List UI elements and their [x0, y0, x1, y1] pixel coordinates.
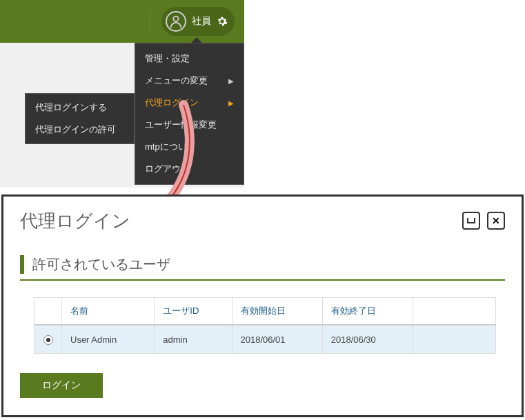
dropdown-item-proxy-login[interactable]: 代理ログイン ▶: [135, 92, 244, 114]
dropdown-item-label: メニューの変更: [145, 74, 208, 87]
login-button[interactable]: ログイン: [20, 373, 103, 398]
dropdown-item-user-info[interactable]: ユーザー情報変更: [135, 114, 244, 136]
table-cell-userid: admin: [155, 325, 232, 354]
submenu-item-label: 代理ログインの許可: [35, 124, 116, 134]
table-cell-name: User Admin: [62, 325, 155, 354]
user-avatar-icon: [166, 11, 186, 32]
dropdown-item-label: ログアウト: [145, 163, 190, 175]
chevron-right-icon: ▶: [228, 99, 234, 107]
header-bar: 社員: [0, 0, 244, 43]
table-cell-end: 2018/06/30: [322, 325, 413, 354]
dropdown-item-label: mtpについて: [145, 141, 196, 153]
radio-button[interactable]: [43, 335, 53, 345]
close-icon: ✕: [492, 215, 500, 226]
header-divider: [150, 9, 150, 34]
radio-dot-icon: [46, 338, 50, 342]
svg-point-0: [173, 17, 178, 21]
table-header-end-date[interactable]: 有効終了日: [322, 298, 413, 326]
submenu-item-do-proxy-login[interactable]: 代理ログインする: [26, 97, 134, 119]
section-title: 許可されているユーザ: [20, 255, 505, 274]
table-row[interactable]: User Admin admin 2018/06/01 2018/06/30: [34, 325, 496, 354]
dropdown-item-admin-settings[interactable]: 管理・設定: [135, 48, 244, 70]
chevron-right-icon: ▶: [228, 77, 234, 85]
dropdown-item-about-mtp[interactable]: mtpについて: [135, 136, 244, 158]
dropdown-item-logout[interactable]: ログアウト: [135, 158, 244, 180]
window-minimize-button[interactable]: [462, 212, 480, 230]
user-label: 社員: [192, 15, 211, 28]
dropdown-item-label: 代理ログイン: [145, 97, 199, 109]
table-cell-empty: [413, 325, 496, 354]
window-header: 代理ログイン ✕: [20, 209, 505, 233]
window-close-button[interactable]: ✕: [487, 212, 505, 230]
dropdown-item-label: 管理・設定: [145, 52, 190, 65]
table-cell-radio[interactable]: [34, 325, 62, 354]
window-title: 代理ログイン: [20, 209, 130, 233]
table-header-row: 名前 ユーザID 有効開始日 有効終了日: [34, 298, 496, 326]
dropdown-item-label: ユーザー情報変更: [145, 119, 217, 131]
menu-region: 管理・設定 メニューの変更 ▶ 代理ログイン ▶ ユーザー情報変更 mtpについ…: [0, 43, 244, 188]
dropdown-menu: 管理・設定 メニューの変更 ▶ 代理ログイン ▶ ユーザー情報変更 mtpについ…: [135, 43, 244, 185]
table-header-start-date[interactable]: 有効開始日: [232, 298, 322, 326]
section-title-wrap: 許可されているユーザ: [20, 255, 505, 281]
dropdown-item-menu-change[interactable]: メニューの変更 ▶: [135, 70, 244, 92]
table-header-name[interactable]: 名前: [62, 298, 155, 326]
submenu-item-label: 代理ログインする: [35, 102, 107, 112]
window-controls: ✕: [462, 212, 505, 230]
table-header-userid[interactable]: ユーザID: [155, 298, 232, 326]
permitted-users-table: 名前 ユーザID 有効開始日 有効終了日 User Admin admin: [34, 297, 496, 354]
table-header-empty: [413, 298, 496, 326]
gear-icon: [217, 16, 228, 27]
table-cell-start: 2018/06/01: [232, 325, 322, 354]
proxy-login-window: 代理ログイン ✕ 許可されているユーザ 名前 ユーザID 有効開始日: [1, 194, 524, 417]
minimize-icon: [467, 218, 475, 223]
user-menu-pill[interactable]: 社員: [161, 7, 235, 36]
submenu: 代理ログインする 代理ログインの許可: [25, 93, 135, 144]
submenu-item-proxy-login-permission[interactable]: 代理ログインの許可: [26, 119, 134, 141]
table-header-select: [34, 298, 62, 326]
